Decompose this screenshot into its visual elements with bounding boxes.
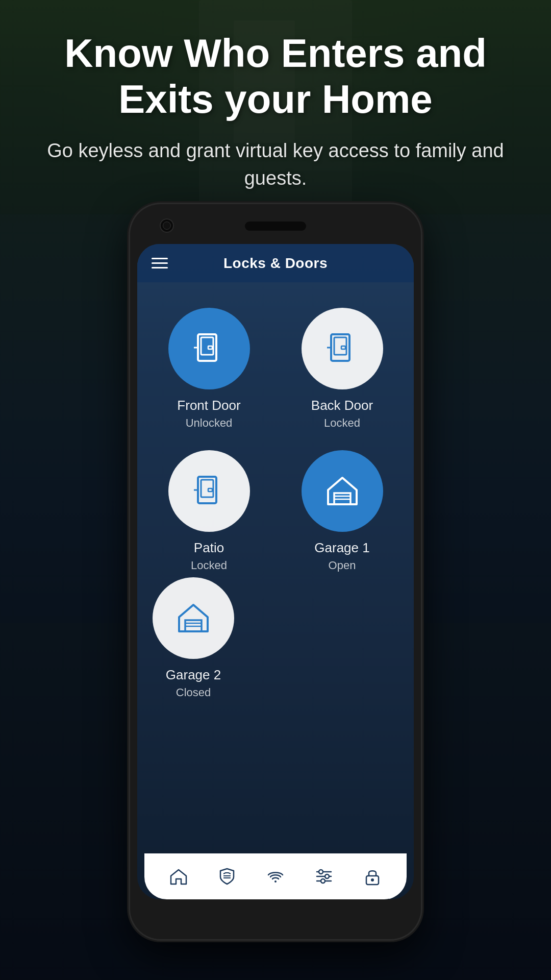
header-section: Know Who Enters and Exits your Home Go k…: [0, 31, 551, 192]
svg-rect-3: [208, 346, 212, 349]
controls-icon: [313, 865, 335, 888]
nav-wifi[interactable]: [254, 860, 297, 893]
back-door-name: Back Door: [311, 398, 373, 413]
garage2-status: Closed: [176, 686, 211, 699]
phone-screen: Locks & Doors Front Door Unlock: [137, 244, 414, 899]
header-title: Know Who Enters and Exits your Home: [31, 31, 520, 122]
svg-point-20: [325, 874, 329, 878]
patio-circle[interactable]: [168, 450, 250, 532]
phone-body: Locks & Doors Front Door Unlock: [130, 204, 421, 939]
menu-line-2: [152, 262, 168, 264]
bottom-nav: [144, 853, 407, 899]
security-icon: [216, 865, 238, 888]
phone-camera: [160, 218, 174, 233]
device-garage1[interactable]: Garage 1 Open: [286, 450, 398, 572]
garage2-row: Garage 2 Closed: [137, 577, 414, 715]
svg-point-22: [321, 879, 325, 883]
nav-home[interactable]: [157, 860, 200, 893]
back-door-circle[interactable]: [302, 308, 383, 389]
nav-controls[interactable]: [303, 860, 345, 893]
back-door-icon: [322, 328, 363, 369]
svg-point-24: [371, 878, 374, 881]
device-patio[interactable]: Patio Locked: [153, 450, 265, 572]
device-garage2[interactable]: Garage 2 Closed: [153, 577, 234, 699]
back-door-status: Locked: [324, 416, 360, 430]
garage1-name: Garage 1: [314, 540, 369, 556]
garage2-icon: [173, 598, 214, 639]
header-subtitle: Go keyless and grant virtual key access …: [31, 137, 520, 191]
patio-name: Patio: [194, 540, 224, 556]
devices-grid: Front Door Unlocked Back Door Lock: [137, 282, 414, 582]
menu-button[interactable]: [152, 258, 168, 268]
garage1-icon: [322, 471, 363, 511]
device-front-door[interactable]: Front Door Unlocked: [153, 308, 265, 430]
device-back-door[interactable]: Back Door Locked: [286, 308, 398, 430]
garage2-name: Garage 2: [166, 667, 221, 683]
home-icon: [167, 865, 190, 888]
phone-speaker: [245, 222, 306, 231]
front-door-name: Front Door: [177, 398, 240, 413]
phone-mockup: Locks & Doors Front Door Unlock: [130, 204, 421, 939]
patio-status: Locked: [191, 559, 227, 572]
front-door-icon: [189, 328, 230, 369]
garage2-circle[interactable]: [153, 577, 234, 659]
app-title: Locks & Doors: [223, 255, 328, 272]
garage1-status: Open: [329, 559, 356, 572]
lock-icon: [361, 865, 384, 888]
front-door-circle[interactable]: [168, 308, 250, 389]
garage1-circle[interactable]: [302, 450, 383, 532]
svg-rect-7: [341, 346, 345, 349]
svg-rect-11: [208, 488, 212, 492]
nav-security[interactable]: [206, 860, 248, 893]
nav-lock[interactable]: [351, 860, 394, 893]
menu-line-1: [152, 258, 168, 259]
svg-point-18: [319, 870, 323, 874]
svg-point-16: [274, 880, 277, 883]
wifi-icon: [264, 865, 287, 888]
front-door-status: Unlocked: [186, 416, 233, 430]
app-bar: Locks & Doors: [137, 244, 414, 282]
menu-line-3: [152, 267, 168, 268]
patio-icon: [189, 471, 230, 511]
